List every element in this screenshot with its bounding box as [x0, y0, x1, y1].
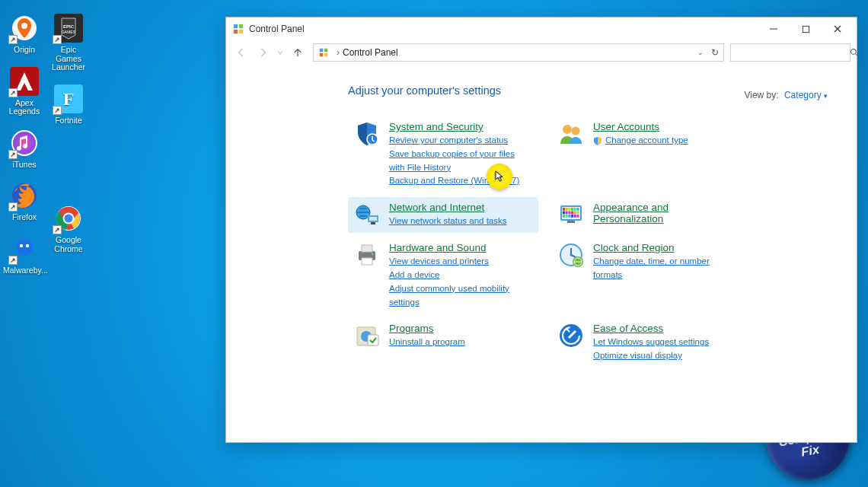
shortcut-arrow-icon: ↗	[8, 256, 18, 265]
appearance-icon	[558, 202, 584, 228]
category-title[interactable]: Ease of Access	[593, 323, 709, 334]
svg-rect-49	[571, 212, 573, 215]
nav-strip: › Control Panel ⌄ ↻	[226, 40, 857, 65]
programs-icon	[354, 323, 380, 349]
control-panel-body: Adjust your computer's settings View by:…	[226, 65, 857, 442]
shortcut-arrow-icon: ↗	[8, 35, 18, 44]
category-title[interactable]: System and Security	[389, 121, 532, 132]
uac-shield-icon	[593, 136, 602, 145]
svg-point-32	[563, 125, 572, 134]
svg-point-33	[572, 127, 580, 135]
shortcut-arrow-icon: ↗	[53, 106, 62, 115]
desktop-icon-origin[interactable]: ↗ Origin	[3, 14, 46, 55]
svg-point-7	[20, 244, 23, 247]
category-printer[interactable]: Hardware and Sound View devices and prin…	[348, 237, 538, 314]
nav-up-button[interactable]	[289, 43, 307, 62]
shortcut-arrow-icon: ↗	[8, 150, 18, 159]
titlebar: Control Panel	[226, 18, 857, 40]
svg-rect-45	[577, 208, 579, 211]
category-link[interactable]: Let Windows suggest settings	[593, 336, 709, 349]
search-icon[interactable]	[850, 48, 859, 57]
category-title[interactable]: Network and Internet	[389, 202, 506, 213]
svg-rect-58	[567, 221, 575, 223]
address-bar[interactable]: › Control Panel ⌄ ↻	[313, 43, 724, 62]
svg-rect-27	[320, 53, 324, 57]
svg-rect-37	[371, 222, 375, 224]
category-link[interactable]: Adjust commonly used mobility settings	[389, 282, 532, 310]
users-icon	[558, 121, 584, 147]
category-ease[interactable]: Ease of Access Let Windows suggest setti…	[552, 318, 742, 368]
maximize-button[interactable]	[790, 18, 822, 40]
desktop-icon-label: Google Chrome	[47, 236, 90, 253]
address-dropdown-icon[interactable]: ⌄	[697, 49, 704, 56]
cursor-highlight	[487, 164, 512, 189]
desktop-icon-label: Origin	[14, 46, 35, 55]
close-button[interactable]	[822, 18, 854, 40]
category-link[interactable]: Optimize visual display	[593, 349, 709, 363]
shortcut-arrow-icon: ↗	[8, 88, 18, 97]
category-users[interactable]: User Accounts Change account type	[552, 116, 742, 193]
svg-rect-26	[324, 49, 328, 53]
category-clock[interactable]: Clock and Region Change date, time, or n…	[552, 237, 742, 314]
desktop-icon-firefox[interactable]: ↗ Firefox	[3, 181, 46, 222]
svg-rect-60	[362, 245, 372, 252]
svg-rect-57	[577, 215, 579, 218]
category-link[interactable]: Review your computer's status	[389, 134, 532, 148]
svg-point-8	[26, 244, 29, 247]
nav-recent-button[interactable]	[275, 43, 286, 62]
refresh-icon[interactable]: ↻	[711, 47, 719, 58]
category-link[interactable]: Add a device	[389, 269, 532, 282]
network-icon	[354, 202, 380, 228]
svg-rect-53	[566, 215, 568, 218]
svg-point-29	[851, 49, 857, 55]
svg-rect-44	[574, 208, 576, 211]
category-link[interactable]: Change account type	[593, 134, 688, 148]
svg-point-1	[21, 23, 27, 29]
svg-rect-46	[563, 212, 565, 215]
nav-back-button[interactable]	[232, 43, 251, 62]
category-title[interactable]: Programs	[389, 323, 465, 334]
svg-rect-18	[239, 24, 243, 28]
control-panel-window: Control Panel › Control Pa	[225, 17, 857, 443]
svg-rect-36	[369, 217, 377, 221]
category-title[interactable]: Hardware and Sound	[389, 242, 532, 253]
search-input[interactable]	[736, 47, 850, 58]
address-icon	[318, 47, 329, 58]
svg-rect-43	[571, 208, 573, 211]
category-link[interactable]: Uninstall a program	[389, 336, 465, 349]
nav-forward-button[interactable]	[254, 43, 272, 62]
view-by-picker[interactable]: View by: Category ▾	[744, 90, 828, 100]
printer-icon	[354, 242, 380, 268]
svg-point-62	[372, 253, 374, 256]
category-programs[interactable]: Programs Uninstall a program	[348, 318, 538, 368]
desktop-icon-fortnite[interactable]: F↗ Fortnite	[47, 84, 90, 126]
minimize-button[interactable]	[758, 18, 790, 40]
svg-rect-52	[563, 215, 565, 218]
desktop-icon-mbam[interactable]: ↗ Malwareby...	[3, 234, 46, 275]
svg-rect-47	[566, 212, 568, 215]
desktop-icon-itunes[interactable]: ↗ iTunes	[3, 129, 46, 170]
category-title[interactable]: Clock and Region	[593, 242, 736, 253]
svg-rect-25	[320, 49, 324, 53]
clock-icon	[558, 242, 584, 268]
desktop-icon-epic[interactable]: EPICGAMES↗ Epic Games Launcher	[47, 14, 90, 72]
svg-rect-55	[571, 215, 573, 218]
viewby-value[interactable]: Category	[784, 90, 822, 100]
svg-rect-51	[577, 212, 579, 215]
category-network[interactable]: Network and Internet View network status…	[348, 197, 538, 233]
category-link[interactable]: View devices and printers	[389, 255, 532, 269]
category-appearance[interactable]: Appearance and Personalization	[552, 197, 742, 233]
svg-rect-61	[362, 258, 372, 265]
desktop-icon-apex[interactable]: ↗ Apex Legends	[3, 67, 46, 116]
svg-rect-20	[239, 30, 243, 33]
category-title[interactable]: User Accounts	[593, 121, 688, 132]
category-link[interactable]: View network status and tasks	[389, 215, 506, 228]
svg-rect-54	[568, 215, 570, 218]
category-link[interactable]: Change date, time, or number formats	[593, 255, 736, 282]
category-title[interactable]: Appearance and Personalization	[593, 202, 736, 224]
desktop-icon-chrome[interactable]: ↗ Google Chrome	[47, 204, 90, 253]
svg-rect-41	[566, 208, 568, 211]
shortcut-arrow-icon: ↗	[53, 225, 62, 234]
search-box[interactable]	[730, 43, 850, 62]
svg-point-16	[64, 214, 74, 224]
